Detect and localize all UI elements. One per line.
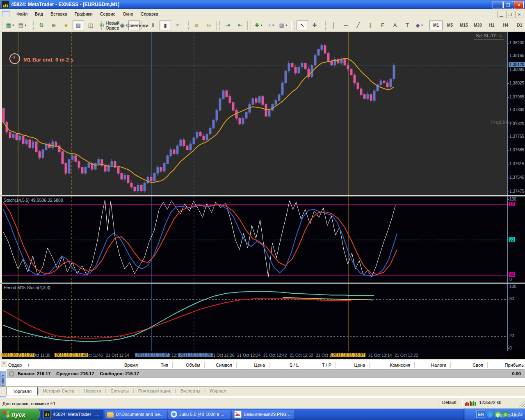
taskbar-task[interactable]: Juku 5.0 (40-100п в ... xyxy=(168,410,231,419)
indicators-button[interactable]: ✚▼ xyxy=(253,21,265,30)
data-window-button[interactable]: ◫ xyxy=(85,21,96,30)
periods-icon: ◔ xyxy=(268,22,271,28)
candlestick-button[interactable]: ▮ xyxy=(160,21,171,30)
m15-stochastic-pane[interactable]: Period M15 Stoch(4,3,3) xyxy=(2,284,507,351)
toolbar-grip[interactable] xyxy=(251,21,251,30)
chart-shift-button[interactable]: ⇤ xyxy=(234,21,246,30)
price-scale[interactable]: 1.382301.381651.381201.380951.380251.379… xyxy=(507,32,525,195)
channel-button[interactable]: ∥ xyxy=(365,21,376,30)
line-chart-button[interactable]: ≈ xyxy=(172,21,183,30)
agent-tray-icon[interactable]: @ xyxy=(495,411,501,418)
tick-chart-button[interactable]: ⇅ xyxy=(36,21,47,30)
tab-terminal[interactable]: Почтовый ящик xyxy=(134,387,175,395)
maximize-button[interactable]: ❐ xyxy=(503,1,513,9)
zoom-out-button[interactable]: ⊖ xyxy=(203,21,215,30)
status-help-text: Для справки, нажмите F1 xyxy=(2,401,56,406)
child-restore-button[interactable]: ❐ xyxy=(506,11,514,18)
toolbar-separator xyxy=(247,21,248,30)
toolbar-grip[interactable] xyxy=(145,21,146,30)
m15-stochastic-label: Period M15 Stoch(4,3,3) xyxy=(4,285,50,290)
toolbar-grip[interactable] xyxy=(219,21,220,30)
close-button[interactable]: ✕ xyxy=(514,1,524,9)
crosshair-button[interactable]: ✚ xyxy=(309,21,320,30)
column-header[interactable]: Своп xyxy=(442,363,483,368)
templates-button[interactable]: ▨▼ xyxy=(278,21,289,30)
menu-item[interactable]: Справка xyxy=(137,10,162,18)
tab-terminal[interactable]: История Счета xyxy=(39,387,78,395)
arrows-button[interactable]: ◆▼ xyxy=(414,21,425,30)
timeframe-m30[interactable]: M30 xyxy=(471,21,484,30)
tab-terminal[interactable]: Журнал xyxy=(205,387,230,395)
bar-chart-button[interactable]: ‖ xyxy=(147,21,159,30)
sort-indicator[interactable]: / xyxy=(28,363,29,368)
zoom-in-button[interactable]: ⊕ xyxy=(191,21,202,30)
language-indicator[interactable]: EN xyxy=(476,411,485,418)
timeframe-h1[interactable]: H1 xyxy=(485,21,498,30)
toolbar-separator xyxy=(216,21,217,30)
time-label: 21 Oct 13:22 xyxy=(395,353,418,358)
horizontal-line-button[interactable]: ─ xyxy=(340,21,352,30)
column-header[interactable]: Прибыль xyxy=(483,363,524,368)
timeframe-m5[interactable]: M5 xyxy=(443,21,457,30)
price-chart-pane[interactable]: Set SL-TP ☺ M1 Bar end: 0 m 2 s xyxy=(2,32,507,195)
menu-item[interactable]: Графики xyxy=(71,10,96,18)
terminal-close-icon[interactable]: × xyxy=(1,361,7,367)
m15-stochastic-scale[interactable]: 10080200 xyxy=(507,284,525,351)
timeframe-d1[interactable]: D1 xyxy=(513,21,525,30)
column-header[interactable]: Комиссия xyxy=(369,363,410,368)
experts-button[interactable]: ◉Советники xyxy=(128,21,140,30)
toolbar-grip[interactable] xyxy=(2,21,3,30)
toolbar-grip[interactable] xyxy=(325,21,326,30)
menu-item[interactable]: Вставка xyxy=(47,10,71,18)
text-label-button[interactable]: T xyxy=(402,21,413,30)
column-header[interactable]: Налоги xyxy=(405,363,446,368)
child-minimize-button[interactable]: ▁ xyxy=(497,11,505,18)
timeframe-m1[interactable]: M1 xyxy=(429,21,443,30)
menu-item[interactable]: Окно xyxy=(119,10,137,18)
taskbar-task[interactable]: 45824: MetaTrader - ... xyxy=(41,410,103,419)
timeframe-m15[interactable]: M15 xyxy=(457,21,470,30)
chart-window-icon[interactable] xyxy=(2,11,9,17)
tab-trade[interactable]: Торговля xyxy=(7,387,38,395)
tab-terminal[interactable]: Эксперты xyxy=(176,387,204,395)
time-axis[interactable]: 21 Oct 11:3021 Oct 11:4621 Oct 11:5421 O… xyxy=(2,351,507,360)
clock-icon xyxy=(9,53,20,64)
vertical-line-button[interactable]: │ xyxy=(328,21,339,30)
taskbar-task[interactable]: Безымянный29.PNG ... xyxy=(232,410,294,419)
toolbar-grip[interactable] xyxy=(33,21,34,30)
set-sltp-label[interactable]: Set SL-TP ☺ xyxy=(474,33,504,39)
favorites-button[interactable]: ★ xyxy=(60,21,72,30)
fibonacci-button[interactable]: F xyxy=(377,21,388,30)
child-close-button[interactable]: ✕ xyxy=(515,11,523,18)
text-button[interactable]: A xyxy=(389,21,401,30)
menu-item[interactable]: Вид xyxy=(31,10,47,18)
timeframe-h4[interactable]: H4 xyxy=(499,21,512,30)
phone-tray-icon[interactable]: ✆ xyxy=(502,411,509,418)
column-header-order[interactable]: Ордер xyxy=(8,363,22,368)
crosshair-target-button[interactable]: ⊕ xyxy=(48,21,59,30)
profiles-button[interactable]: ▤▼ xyxy=(17,21,28,30)
column-header[interactable]: Цена xyxy=(324,363,365,368)
menu-item[interactable]: Сервис xyxy=(96,10,119,18)
stochastic-scale[interactable]: 1001050900 xyxy=(507,196,525,283)
skype-tray-icon[interactable]: ‹ xyxy=(487,411,493,418)
trendline-button[interactable]: ╱ xyxy=(352,21,364,30)
toolbar-separator xyxy=(30,21,31,30)
minimize-button[interactable]: _ xyxy=(493,1,502,9)
tab-terminal[interactable]: Сигналы xyxy=(106,387,133,395)
start-button[interactable]: пуск xyxy=(0,409,40,420)
new-chart-button[interactable]: ▦▼ xyxy=(5,21,16,30)
menu-item[interactable]: Файл xyxy=(13,10,31,18)
toolbar-grip[interactable] xyxy=(188,21,189,30)
market-watch-button[interactable]: ▥ xyxy=(73,21,84,30)
stochastic-pane[interactable]: Stoch(14,5,5) 49.5506 32.6880 xyxy=(2,196,507,283)
cursor-button[interactable]: ↖ xyxy=(297,21,308,30)
toolbar-grip[interactable] xyxy=(294,21,295,30)
periods-button[interactable]: ◔▼ xyxy=(265,21,277,30)
taskbar-task[interactable]: D:\Documents and Se... xyxy=(105,410,167,419)
status-separator xyxy=(462,399,463,406)
tab-terminal[interactable]: Новости xyxy=(80,387,105,395)
new-order-button[interactable]: ⊞Новый Ордер xyxy=(104,21,115,30)
autoscroll-button[interactable]: ⇥ xyxy=(222,21,233,30)
status-profile[interactable]: Default xyxy=(442,400,457,405)
